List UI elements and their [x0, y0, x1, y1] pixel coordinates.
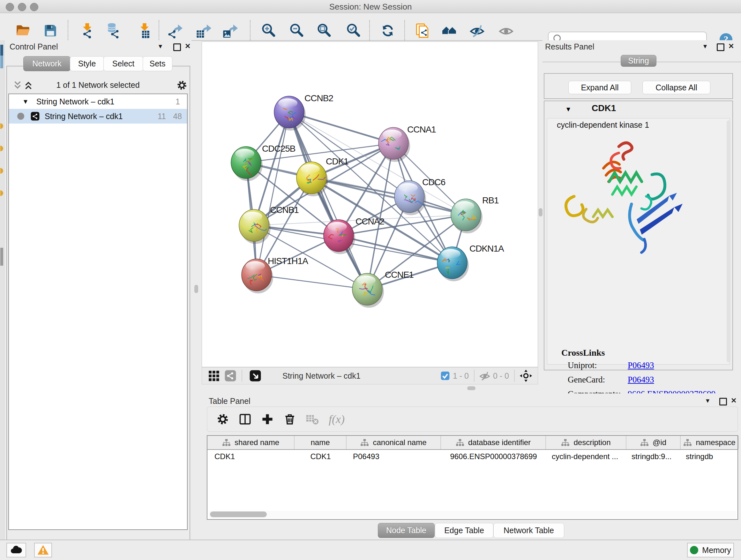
- new-network-from-selection-icon[interactable]: [414, 22, 431, 39]
- tab-network[interactable]: Network: [23, 56, 71, 71]
- control-panel-close-icon[interactable]: ✕: [185, 43, 191, 50]
- gear-icon[interactable]: [176, 79, 188, 91]
- import-network-database-icon[interactable]: [105, 22, 122, 39]
- edge-CCNA2-CDKN1A[interactable]: [339, 236, 452, 263]
- column-header-shared-name[interactable]: shared name: [207, 436, 294, 449]
- tab-network-table[interactable]: Network Table: [493, 523, 564, 538]
- network-node-CDC25B[interactable]: [231, 146, 263, 181]
- network-node-CDKN1A[interactable]: [437, 247, 469, 281]
- crosslink-link[interactable]: P06493: [628, 361, 654, 370]
- open-session-icon[interactable]: [14, 22, 31, 39]
- network-canvas[interactable]: CCNB2CCNA1CDC25BCDK1CDC6RB1CCNB1CCNA2CDK…: [202, 42, 538, 367]
- expand-all-button[interactable]: Expand All: [568, 81, 631, 94]
- zoom-selected-icon[interactable]: [345, 22, 362, 39]
- cell-shared-name[interactable]: CDK1: [207, 450, 294, 463]
- edge-HIST1H1A-CCNE1[interactable]: [257, 275, 367, 289]
- fit-selected-crosshair-icon[interactable]: [519, 369, 533, 382]
- cloud-button[interactable]: [6, 543, 26, 557]
- node-label-CDC6: CDC6: [422, 177, 446, 187]
- control-panel-float-icon[interactable]: [173, 44, 181, 51]
- vertical-splitter-handle-left[interactable]: [194, 285, 198, 293]
- save-session-icon[interactable]: [42, 22, 59, 39]
- crosslink-link[interactable]: P06493: [628, 375, 654, 385]
- gene-result-section: ▼ CDK1 cyclin-dependent kinase 1: [544, 101, 733, 370]
- hidden-count: 0 - 0: [493, 371, 509, 381]
- add-column-icon[interactable]: [260, 412, 274, 426]
- cell-canonical-name[interactable]: P06493: [347, 450, 441, 463]
- export-image-icon[interactable]: [221, 22, 239, 39]
- delete-table-icon: [305, 412, 319, 426]
- first-neighbors-icon[interactable]: [441, 22, 458, 39]
- zoom-in-icon[interactable]: [260, 22, 277, 39]
- table-panel-close-icon[interactable]: ✕: [731, 397, 737, 404]
- tab-style[interactable]: Style: [70, 56, 104, 71]
- grid-view-icon[interactable]: [208, 370, 220, 382]
- column-header-name[interactable]: name: [294, 436, 347, 449]
- memory-button[interactable]: Memory: [687, 543, 734, 557]
- tab-node-table[interactable]: Node Table: [378, 523, 434, 538]
- zoom-out-icon[interactable]: [288, 22, 306, 39]
- hide-selected-icon[interactable]: [468, 22, 486, 39]
- results-panel-close-icon[interactable]: ✕: [728, 43, 734, 50]
- table-panel-collapse-icon[interactable]: ▾: [706, 397, 710, 404]
- cell-description[interactable]: cyclin-dependent ...: [546, 450, 626, 463]
- vertical-splitter-handle-right[interactable]: [539, 208, 542, 216]
- edge-count: 48: [173, 112, 182, 121]
- zoom-fit-content-icon[interactable]: [316, 22, 333, 39]
- results-panel-collapse-icon[interactable]: ▾: [703, 43, 707, 50]
- network-graph[interactable]: CCNB2CCNA1CDC25BCDK1CDC6RB1CCNB1CCNA2CDK…: [202, 42, 538, 367]
- show-all-icon[interactable]: [497, 22, 515, 39]
- tab-string[interactable]: String: [621, 55, 657, 67]
- section-collapse-triangle-icon[interactable]: ▼: [565, 106, 571, 113]
- crosslink-label: Uniprot:: [568, 361, 597, 370]
- column-header--id[interactable]: @id: [626, 436, 681, 449]
- table-panel-float-icon[interactable]: [719, 398, 727, 406]
- crosslink-row: GeneCard:P06493: [547, 375, 730, 386]
- cell-name[interactable]: CDK1: [294, 450, 347, 463]
- export-network-icon[interactable]: [166, 22, 184, 39]
- column-header-namespace[interactable]: namespace: [681, 436, 739, 449]
- network-node-CCNB2[interactable]: [274, 96, 306, 131]
- tab-edge-table[interactable]: Edge Table: [435, 523, 493, 538]
- table-settings-gear-icon[interactable]: [216, 412, 230, 426]
- hidden-eye-icon[interactable]: [479, 370, 490, 381]
- column-header-canonical-name[interactable]: canonical name: [347, 436, 441, 449]
- network-collection-row[interactable]: ▼ String Network – cdk1 1: [9, 94, 187, 109]
- toggle-columns-icon[interactable]: [238, 412, 252, 426]
- selected-count: 1 - 0: [453, 371, 469, 381]
- horizontal-splitter-handle[interactable]: [467, 386, 475, 390]
- control-panel-collapse-icon[interactable]: ▾: [158, 43, 162, 50]
- network-node-CCNA2[interactable]: [324, 220, 355, 254]
- network-node-RB1[interactable]: [451, 199, 482, 233]
- birds-eye-view-icon[interactable]: [249, 370, 261, 382]
- column-header-description[interactable]: description: [546, 436, 626, 449]
- table-hscrollbar[interactable]: [209, 511, 736, 518]
- refresh-view-icon[interactable]: [379, 22, 396, 39]
- results-panel-float-icon[interactable]: [717, 44, 724, 51]
- selected-checkbox-icon[interactable]: [440, 371, 450, 381]
- network-row-selected[interactable]: String Network – cdk1 11 48: [9, 109, 187, 124]
- tab-select[interactable]: Select: [104, 56, 143, 71]
- network-node-CCNA1[interactable]: [379, 127, 410, 162]
- warning-button[interactable]: [34, 543, 52, 557]
- network-node-CCNE1[interactable]: [352, 273, 384, 308]
- cell--id[interactable]: stringdb:9...: [626, 450, 681, 463]
- crosslink-row: Uniprot:P06493: [547, 361, 730, 371]
- import-table-file-icon[interactable]: [135, 22, 152, 39]
- gene-details: cyclin-dependent kinase 1: [547, 118, 730, 365]
- cell-namespace[interactable]: stringdb: [681, 450, 739, 463]
- table-row[interactable]: CDK1CDK1P064939606.ENSP00000378699cyclin…: [207, 450, 738, 463]
- collapse-triangle-icon[interactable]: ▼: [22, 98, 29, 105]
- column-header-database-identifier[interactable]: database identifier: [441, 436, 546, 449]
- network-node-CDC6[interactable]: [394, 181, 426, 215]
- export-table-icon[interactable]: [195, 22, 212, 39]
- delete-columns-icon[interactable]: [283, 412, 297, 426]
- collapse-all-button[interactable]: Collapse All: [643, 81, 711, 94]
- cell-database-identifier[interactable]: 9606.ENSP00000378699: [441, 450, 546, 463]
- tab-sets[interactable]: Sets: [143, 56, 172, 71]
- results-scrollbar[interactable]: [727, 120, 731, 362]
- network-node-CDK1[interactable]: [296, 162, 328, 196]
- table-hscrollbar-thumb[interactable]: [210, 511, 267, 517]
- network-share-icon[interactable]: [224, 370, 237, 382]
- import-network-file-icon[interactable]: [78, 22, 95, 39]
